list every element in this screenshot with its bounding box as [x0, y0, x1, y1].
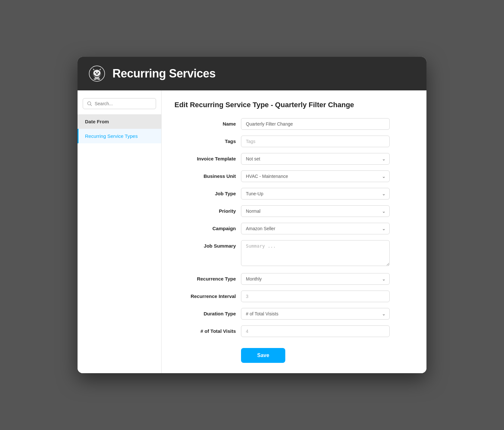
- form-row-tags: Tags: [174, 136, 414, 147]
- input-name[interactable]: [241, 118, 390, 130]
- save-button[interactable]: Save: [241, 348, 285, 363]
- logo-icon: [89, 65, 105, 82]
- page-title: Recurring Services: [112, 67, 215, 80]
- select-wrapper-duration-type: # of Total Visists ⌄: [241, 308, 390, 320]
- label-name: Name: [174, 118, 236, 127]
- control-tags: [241, 136, 390, 147]
- svg-marker-4: [99, 68, 101, 70]
- form-row-job-type: Job Type Tune-Up ⌄: [174, 188, 414, 200]
- form-row-name: Name: [174, 118, 414, 130]
- label-duration-type: Duration Type: [174, 308, 236, 316]
- select-recurrence-type[interactable]: Monthly: [241, 273, 390, 285]
- label-total-visits: # of Total Visits: [174, 325, 236, 334]
- label-tags: Tags: [174, 136, 236, 144]
- label-job-type: Job Type: [174, 188, 236, 196]
- control-recurrence-interval: [241, 291, 390, 302]
- sidebar-item-recurring-service-types[interactable]: Recurring Service Types: [78, 129, 161, 143]
- svg-point-2: [93, 70, 100, 76]
- app-body: Date From Recurring Service Types Edit R…: [78, 90, 426, 373]
- form-row-priority: Priority Normal ⌄: [174, 205, 414, 217]
- svg-point-6: [98, 72, 99, 73]
- label-invoice-template: Invoice Template: [174, 153, 236, 161]
- label-business-unit: Business Unit: [174, 170, 236, 179]
- form-row-duration-type: Duration Type # of Total Visists ⌄: [174, 308, 414, 320]
- control-name: [241, 118, 390, 130]
- input-recurrence-interval[interactable]: [241, 291, 390, 302]
- select-duration-type[interactable]: # of Total Visists: [241, 308, 390, 320]
- control-duration-type: # of Total Visists ⌄: [241, 308, 390, 320]
- control-total-visits: [241, 325, 390, 337]
- select-business-unit[interactable]: HVAC - Maintenance: [241, 170, 390, 182]
- svg-point-7: [96, 73, 98, 75]
- app-logo: [88, 65, 106, 83]
- sidebar: Date From Recurring Service Types: [78, 90, 162, 373]
- select-wrapper-job-type: Tune-Up ⌄: [241, 188, 390, 200]
- control-job-summary: [241, 240, 390, 267]
- select-wrapper-business-unit: HVAC - Maintenance ⌄: [241, 170, 390, 182]
- select-wrapper-invoice-template: Not set ⌄: [241, 153, 390, 165]
- search-container: [78, 96, 161, 114]
- form-row-invoice-template: Invoice Template Not set ⌄: [174, 153, 414, 165]
- form-row-business-unit: Business Unit HVAC - Maintenance ⌄: [174, 170, 414, 182]
- main-content: Edit Recurring Service Type - Quarterly …: [162, 90, 426, 373]
- search-input[interactable]: [95, 101, 152, 106]
- select-wrapper-campaign: Amazon Seller ⌄: [241, 223, 390, 234]
- form-row-recurrence-type: Recurrence Type Monthly ⌄: [174, 273, 414, 285]
- select-wrapper-priority: Normal ⌄: [241, 205, 390, 217]
- form-title: Edit Recurring Service Type - Quarterly …: [174, 101, 414, 109]
- control-invoice-template: Not set ⌄: [241, 153, 390, 165]
- form-row-total-visits: # of Total Visits: [174, 325, 414, 337]
- svg-marker-3: [93, 68, 95, 70]
- svg-point-8: [94, 78, 96, 80]
- control-recurrence-type: Monthly ⌄: [241, 273, 390, 285]
- app-window: Recurring Services Date From Recurring S…: [78, 57, 426, 373]
- search-input-wrapper[interactable]: [83, 98, 156, 109]
- input-total-visits[interactable]: [241, 325, 390, 337]
- svg-line-11: [90, 105, 92, 106]
- app-header: Recurring Services: [78, 57, 426, 90]
- search-icon: [87, 101, 92, 106]
- select-invoice-template[interactable]: Not set: [241, 153, 390, 165]
- label-campaign: Campaign: [174, 223, 236, 231]
- control-business-unit: HVAC - Maintenance ⌄: [241, 170, 390, 182]
- select-wrapper-recurrence-type: Monthly ⌄: [241, 273, 390, 285]
- label-job-summary: Job Summary: [174, 240, 236, 249]
- label-recurrence-type: Recurrence Type: [174, 273, 236, 282]
- form-row-recurrence-interval: Recurrence Interval: [174, 291, 414, 302]
- select-job-type[interactable]: Tune-Up: [241, 188, 390, 200]
- textarea-job-summary[interactable]: [241, 240, 390, 266]
- svg-point-5: [95, 72, 96, 73]
- sidebar-item-date-from[interactable]: Date From: [78, 114, 161, 129]
- svg-point-9: [98, 78, 100, 80]
- control-priority: Normal ⌄: [241, 205, 390, 217]
- select-campaign[interactable]: Amazon Seller: [241, 223, 390, 234]
- control-job-type: Tune-Up ⌄: [241, 188, 390, 200]
- select-priority[interactable]: Normal: [241, 205, 390, 217]
- control-campaign: Amazon Seller ⌄: [241, 223, 390, 234]
- input-tags[interactable]: [241, 136, 390, 147]
- form-row-campaign: Campaign Amazon Seller ⌄: [174, 223, 414, 234]
- form-actions: Save: [174, 343, 414, 363]
- label-recurrence-interval: Recurrence Interval: [174, 291, 236, 299]
- form-row-job-summary: Job Summary: [174, 240, 414, 267]
- label-priority: Priority: [174, 205, 236, 214]
